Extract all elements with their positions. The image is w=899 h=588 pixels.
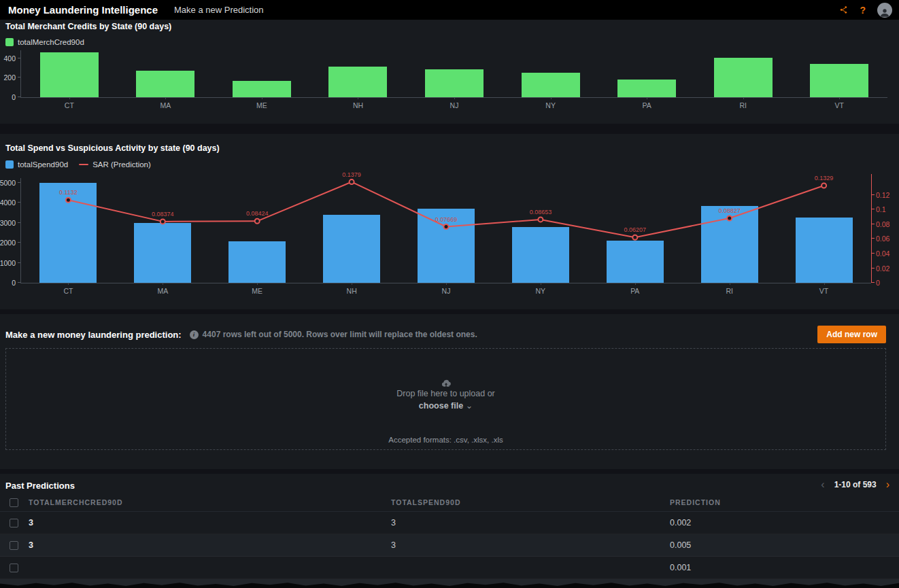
row-checkbox[interactable]: [10, 519, 18, 528]
x-tick-mark: [635, 283, 636, 285]
merch-bar-nj: [425, 69, 484, 97]
legend-item-sar-prediction[interactable]: SAR (Prediction): [79, 160, 151, 169]
x-tick-mark: [165, 97, 166, 99]
legend-label: totalSpend90d: [18, 160, 68, 169]
merch-bar-ri: [714, 58, 773, 97]
chevron-down-icon: ⌄: [466, 401, 473, 411]
column-header-prediction[interactable]: PREDICTION: [670, 493, 721, 512]
x-axis-label: CT: [21, 287, 116, 295]
y-tick-mark: [872, 238, 875, 239]
y-tick-label-right: 0.1: [876, 205, 886, 213]
merch-bar-nh: [328, 67, 387, 97]
merch-chart-plot: CTMAMENHNJNYPARIVT0200400: [20, 50, 887, 98]
legend-item-totalspend90d[interactable]: totalSpend90d: [5, 160, 68, 169]
y-tick-mark: [872, 224, 875, 224]
chevron-left-icon[interactable]: ‹: [821, 479, 824, 490]
x-axis-label: ME: [214, 101, 310, 109]
y-tick-label-left: 0: [12, 93, 16, 101]
sar-point-ny: [538, 217, 543, 222]
x-tick-mark: [839, 97, 840, 99]
chevron-right-icon[interactable]: ›: [886, 479, 889, 490]
merch-chart-title: Total Merchant Credits by State (90 days…: [5, 22, 171, 31]
x-tick-mark: [446, 283, 447, 285]
sar-value-label: 0.08827: [718, 207, 741, 214]
merch-bar-ma: [136, 71, 194, 97]
select-all-checkbox[interactable]: [10, 498, 18, 507]
sar-value-label: 0.08374: [152, 211, 174, 218]
dashboard: Money Laundering Intelligence Make a new…: [0, 0, 899, 588]
x-axis-label: VT: [777, 287, 871, 295]
x-axis-label: PA: [598, 101, 695, 109]
nav-make-prediction[interactable]: Make a new Prediction: [174, 5, 264, 15]
y-tick-mark: [18, 242, 20, 243]
table-row: 3 3 0.005: [0, 534, 899, 557]
merch-bar-ct: [40, 52, 99, 97]
merch-bar-vt: [810, 64, 868, 97]
sar-point-nj: [444, 224, 449, 229]
accepted-formats-text: Accepted formats: .csv, .xlsx, .xls: [6, 436, 885, 444]
file-dropzone[interactable]: Drop file here to upload or choose file …: [5, 348, 886, 450]
app-title: Money Laundering Intelligence: [8, 4, 158, 16]
x-tick-mark: [541, 283, 541, 285]
spend-chart-title: Total Spend vs Suspicious Activity by st…: [5, 143, 220, 153]
sar-point-pa: [632, 235, 637, 240]
y-tick-label-right: 0.02: [876, 264, 889, 273]
y-tick-label-left: 1000: [0, 259, 16, 267]
y-tick-label-right: 0.06: [876, 235, 889, 243]
y-tick-label-left: 400: [3, 54, 16, 63]
green-swatch-icon: [5, 38, 14, 46]
x-tick-mark: [163, 283, 163, 285]
x-tick-mark: [69, 97, 70, 99]
sar-point-vt: [821, 184, 826, 188]
column-header-totalspend90d[interactable]: TOTALSPEND90D: [391, 493, 460, 512]
choose-file-label: choose file: [419, 401, 463, 411]
x-axis-label: RI: [695, 101, 792, 109]
table-body: 3 3 0.002 3 3 0.005 0.001: [0, 512, 899, 579]
sar-point-nh: [350, 179, 354, 184]
row-checkbox[interactable]: [10, 564, 18, 572]
table-row: 3 3 0.002: [0, 512, 899, 534]
x-axis-label: NY: [493, 287, 588, 295]
x-tick-mark: [352, 283, 352, 285]
legend-item-totalmerchcred90d[interactable]: totalMerchCred90d: [5, 38, 84, 46]
choose-file-link[interactable]: choose file ⌄: [419, 400, 473, 411]
cell-prediction: 0.002: [670, 512, 691, 534]
x-axis-label: RI: [682, 287, 777, 295]
cell-prediction: 0.001: [670, 557, 691, 579]
x-axis-label: VT: [791, 101, 887, 109]
sar-point-ma: [160, 219, 165, 224]
row-checkbox[interactable]: [10, 541, 18, 550]
x-tick-mark: [551, 97, 552, 99]
help-icon[interactable]: ?: [860, 5, 866, 16]
cell-totalspend90d: 3: [391, 512, 396, 534]
share-icon[interactable]: [839, 5, 848, 14]
y-tick-label-left: 200: [3, 73, 16, 82]
x-axis-label: NY: [503, 101, 599, 109]
y-tick-mark: [18, 77, 20, 77]
sar-value-label: 0.1132: [59, 189, 78, 196]
sar-value-label: 0.08653: [530, 209, 552, 215]
x-tick-mark: [68, 283, 69, 285]
sar-point-ct: [66, 198, 71, 203]
column-header-totalmerchcred90d[interactable]: TOTALMERCHCRED90D: [29, 493, 123, 512]
pagination: ‹ 1-10 of 593 ›: [821, 479, 889, 490]
spend-chart-legend: totalSpend90d SAR (Prediction): [5, 160, 151, 169]
user-avatar-icon[interactable]: [877, 3, 892, 18]
y-tick-mark: [18, 262, 20, 263]
blue-swatch-icon: [5, 160, 14, 169]
x-axis-label: CT: [21, 101, 118, 109]
x-tick-mark: [743, 97, 744, 99]
sar-prediction-line: 0.11320.083740.084240.13790.076690.08653…: [21, 178, 871, 283]
y-tick-mark: [18, 282, 20, 283]
pagination-range: 1-10 of 593: [834, 480, 877, 489]
cell-totalspend90d: 3: [391, 534, 396, 557]
y-tick-mark: [872, 282, 875, 283]
y-tick-mark: [18, 222, 20, 223]
drop-file-text: Drop file here to upload or: [396, 389, 495, 398]
add-new-row-button[interactable]: Add new row: [817, 326, 886, 343]
panel-merchant-credits: Total Merchant Credits by State (90 days…: [0, 20, 899, 124]
x-tick-mark: [454, 97, 455, 99]
y-tick-mark: [872, 253, 875, 254]
panel-spend-vs-sar: Total Spend vs Suspicious Activity by st…: [0, 134, 899, 309]
cell-totalmerchcred90d: 3: [29, 512, 33, 534]
